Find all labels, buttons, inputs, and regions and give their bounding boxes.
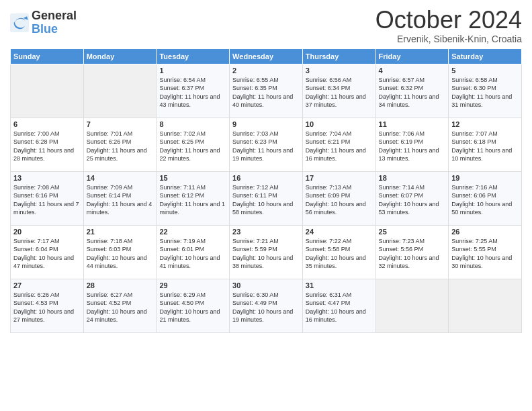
logo-icon <box>10 13 29 32</box>
calendar-cell: 3Sunrise: 6:56 AM Sunset: 6:34 PM Daylig… <box>302 64 375 118</box>
day-header-saturday: Saturday <box>449 48 522 64</box>
day-number: 30 <box>232 281 300 289</box>
day-number: 29 <box>159 281 226 289</box>
calendar-cell: 24Sunrise: 7:22 AM Sunset: 5:58 PM Dayli… <box>302 225 375 279</box>
day-info: Sunrise: 7:21 AM Sunset: 5:59 PM Dayligh… <box>232 237 300 271</box>
calendar-week-row: 20Sunrise: 7:17 AM Sunset: 6:04 PM Dayli… <box>11 225 522 279</box>
day-info: Sunrise: 7:13 AM Sunset: 6:09 PM Dayligh… <box>306 183 373 217</box>
day-number: 14 <box>87 174 154 182</box>
day-info: Sunrise: 6:56 AM Sunset: 6:34 PM Dayligh… <box>306 76 373 109</box>
day-info: Sunrise: 7:11 AM Sunset: 6:12 PM Dayligh… <box>159 183 226 217</box>
day-number: 7 <box>87 120 154 128</box>
day-number: 15 <box>159 174 226 182</box>
day-info: Sunrise: 7:09 AM Sunset: 6:14 PM Dayligh… <box>87 183 154 217</box>
day-info: Sunrise: 6:27 AM Sunset: 4:52 PM Dayligh… <box>87 291 154 324</box>
calendar-cell: 14Sunrise: 7:09 AM Sunset: 6:14 PM Dayli… <box>83 171 157 225</box>
header: General Blue October 2024 Ervenik, Siben… <box>10 7 522 44</box>
calendar-cell: 28Sunrise: 6:27 AM Sunset: 4:52 PM Dayli… <box>83 279 157 332</box>
day-info: Sunrise: 7:07 AM Sunset: 6:18 PM Dayligh… <box>451 130 519 163</box>
day-number: 26 <box>451 228 519 236</box>
calendar-cell: 5Sunrise: 6:58 AM Sunset: 6:30 PM Daylig… <box>449 64 522 118</box>
day-info: Sunrise: 7:12 AM Sunset: 6:11 PM Dayligh… <box>232 183 300 217</box>
calendar-cell: 16Sunrise: 7:12 AM Sunset: 6:11 PM Dayli… <box>230 171 303 225</box>
calendar-cell: 25Sunrise: 7:23 AM Sunset: 5:56 PM Dayli… <box>375 225 449 279</box>
day-info: Sunrise: 7:23 AM Sunset: 5:56 PM Dayligh… <box>379 237 446 271</box>
day-info: Sunrise: 7:22 AM Sunset: 5:58 PM Dayligh… <box>306 237 373 271</box>
title-block: October 2024 Ervenik, Sibenik-Knin, Croa… <box>375 7 522 44</box>
day-number: 2 <box>232 66 300 75</box>
calendar-cell: 4Sunrise: 6:57 AM Sunset: 6:32 PM Daylig… <box>375 64 449 118</box>
day-number: 18 <box>379 174 446 182</box>
calendar-cell: 20Sunrise: 7:17 AM Sunset: 6:04 PM Dayli… <box>11 225 84 279</box>
day-number: 5 <box>451 66 519 75</box>
day-info: Sunrise: 6:29 AM Sunset: 4:50 PM Dayligh… <box>159 291 226 324</box>
calendar-cell: 10Sunrise: 7:04 AM Sunset: 6:21 PM Dayli… <box>302 118 375 171</box>
day-info: Sunrise: 7:01 AM Sunset: 6:26 PM Dayligh… <box>87 130 154 163</box>
calendar-cell: 1Sunrise: 6:54 AM Sunset: 6:37 PM Daylig… <box>157 64 230 118</box>
logo: General Blue <box>10 9 77 36</box>
day-number: 28 <box>87 281 154 289</box>
day-info: Sunrise: 6:54 AM Sunset: 6:37 PM Dayligh… <box>159 76 226 109</box>
day-number: 4 <box>379 66 446 75</box>
svg-rect-0 <box>10 13 29 32</box>
logo-general: General <box>32 9 77 23</box>
calendar-cell: 8Sunrise: 7:02 AM Sunset: 6:25 PM Daylig… <box>157 118 230 171</box>
day-info: Sunrise: 7:03 AM Sunset: 6:23 PM Dayligh… <box>232 130 300 163</box>
page-container: General Blue October 2024 Ervenik, Siben… <box>0 0 532 340</box>
day-info: Sunrise: 7:18 AM Sunset: 6:03 PM Dayligh… <box>87 237 154 271</box>
day-number: 19 <box>451 174 519 182</box>
day-number: 27 <box>13 281 81 289</box>
day-info: Sunrise: 7:25 AM Sunset: 5:55 PM Dayligh… <box>451 237 519 271</box>
logo-text: General Blue <box>32 9 77 36</box>
day-header-thursday: Thursday <box>302 48 375 64</box>
day-info: Sunrise: 6:55 AM Sunset: 6:35 PM Dayligh… <box>232 76 300 109</box>
calendar-cell: 9Sunrise: 7:03 AM Sunset: 6:23 PM Daylig… <box>230 118 303 171</box>
calendar-cell: 7Sunrise: 7:01 AM Sunset: 6:26 PM Daylig… <box>83 118 157 171</box>
day-info: Sunrise: 7:08 AM Sunset: 6:16 PM Dayligh… <box>13 183 81 217</box>
day-info: Sunrise: 7:04 AM Sunset: 6:21 PM Dayligh… <box>306 130 373 163</box>
day-header-tuesday: Tuesday <box>157 48 230 64</box>
day-number: 10 <box>306 120 373 128</box>
calendar-cell: 22Sunrise: 7:19 AM Sunset: 6:01 PM Dayli… <box>157 225 230 279</box>
calendar-cell: 26Sunrise: 7:25 AM Sunset: 5:55 PM Dayli… <box>449 225 522 279</box>
calendar-cell: 6Sunrise: 7:00 AM Sunset: 6:28 PM Daylig… <box>11 118 84 171</box>
calendar-cell <box>11 64 84 118</box>
day-info: Sunrise: 7:14 AM Sunset: 6:07 PM Dayligh… <box>379 183 446 217</box>
day-header-friday: Friday <box>375 48 449 64</box>
calendar-cell: 18Sunrise: 7:14 AM Sunset: 6:07 PM Dayli… <box>375 171 449 225</box>
calendar-cell: 30Sunrise: 6:30 AM Sunset: 4:49 PM Dayli… <box>230 279 303 332</box>
day-number: 17 <box>306 174 373 182</box>
calendar-cell <box>375 279 449 332</box>
day-info: Sunrise: 6:31 AM Sunset: 4:47 PM Dayligh… <box>306 291 373 324</box>
day-header-sunday: Sunday <box>11 48 84 64</box>
calendar-cell: 2Sunrise: 6:55 AM Sunset: 6:35 PM Daylig… <box>230 64 303 118</box>
calendar-week-row: 13Sunrise: 7:08 AM Sunset: 6:16 PM Dayli… <box>11 171 522 225</box>
day-info: Sunrise: 6:30 AM Sunset: 4:49 PM Dayligh… <box>232 291 300 324</box>
calendar-cell: 15Sunrise: 7:11 AM Sunset: 6:12 PM Dayli… <box>157 171 230 225</box>
day-info: Sunrise: 6:58 AM Sunset: 6:30 PM Dayligh… <box>451 76 519 109</box>
day-number: 1 <box>159 66 226 75</box>
day-info: Sunrise: 7:17 AM Sunset: 6:04 PM Dayligh… <box>13 237 81 271</box>
day-number: 12 <box>451 120 519 128</box>
logo-blue: Blue <box>32 23 77 36</box>
calendar-cell: 17Sunrise: 7:13 AM Sunset: 6:09 PM Dayli… <box>302 171 375 225</box>
calendar-cell: 27Sunrise: 6:26 AM Sunset: 4:53 PM Dayli… <box>11 279 84 332</box>
day-number: 13 <box>13 174 81 182</box>
calendar-week-row: 27Sunrise: 6:26 AM Sunset: 4:53 PM Dayli… <box>11 279 522 332</box>
day-info: Sunrise: 7:00 AM Sunset: 6:28 PM Dayligh… <box>13 130 81 163</box>
day-number: 11 <box>379 120 446 128</box>
calendar-cell <box>83 64 157 118</box>
day-info: Sunrise: 7:19 AM Sunset: 6:01 PM Dayligh… <box>159 237 226 271</box>
month-title: October 2024 <box>375 7 522 34</box>
calendar-cell: 21Sunrise: 7:18 AM Sunset: 6:03 PM Dayli… <box>83 225 157 279</box>
calendar-cell: 23Sunrise: 7:21 AM Sunset: 5:59 PM Dayli… <box>230 225 303 279</box>
day-info: Sunrise: 7:02 AM Sunset: 6:25 PM Dayligh… <box>159 130 226 163</box>
calendar-week-row: 1Sunrise: 6:54 AM Sunset: 6:37 PM Daylig… <box>11 64 522 118</box>
day-number: 24 <box>306 228 373 236</box>
day-info: Sunrise: 6:57 AM Sunset: 6:32 PM Dayligh… <box>379 76 446 109</box>
calendar-cell: 19Sunrise: 7:16 AM Sunset: 6:06 PM Dayli… <box>449 171 522 225</box>
calendar-cell: 29Sunrise: 6:29 AM Sunset: 4:50 PM Dayli… <box>157 279 230 332</box>
calendar-week-row: 6Sunrise: 7:00 AM Sunset: 6:28 PM Daylig… <box>11 118 522 171</box>
day-number: 3 <box>306 66 373 75</box>
calendar-cell: 31Sunrise: 6:31 AM Sunset: 4:47 PM Dayli… <box>302 279 375 332</box>
